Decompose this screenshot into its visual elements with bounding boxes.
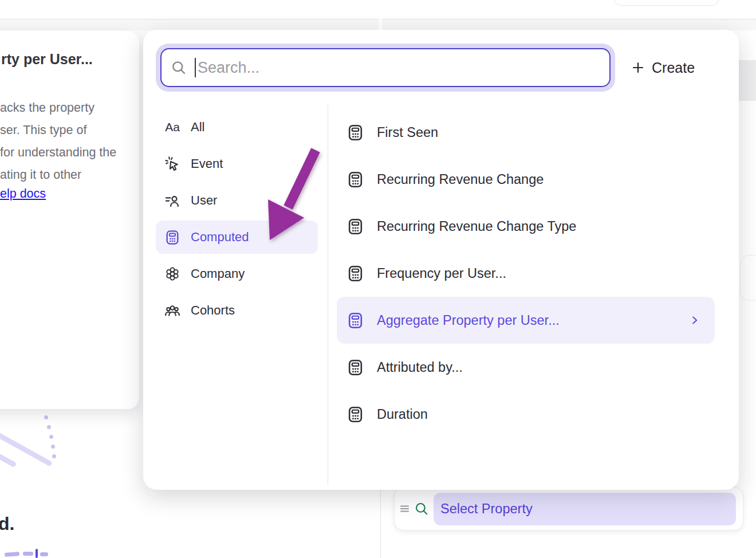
text-aa-icon: Aa xyxy=(164,119,180,135)
property-label: Recurring Revenue Change Type xyxy=(377,219,576,234)
calculator-icon xyxy=(346,124,364,142)
category-label: Cohorts xyxy=(191,303,235,318)
property-label: Attributed by... xyxy=(377,360,463,375)
property-item[interactable]: Recurring Revenue Change xyxy=(337,156,715,203)
panel-divider-gap xyxy=(379,19,382,30)
property-item[interactable]: Recurring Revenue Change Type xyxy=(337,203,715,250)
tooltip-title: rty per User... xyxy=(1,51,93,68)
clipped-link-fragment xyxy=(23,552,33,556)
category-event[interactable]: Event xyxy=(156,147,318,180)
select-property-card: Select Property xyxy=(394,487,743,531)
search-focus-ring xyxy=(156,44,615,92)
calculator-icon xyxy=(346,218,364,235)
calculator-icon xyxy=(346,265,364,282)
select-property-label: Select Property xyxy=(440,501,533,517)
panel-vertical-divider xyxy=(380,486,381,558)
create-button-label: Create xyxy=(652,60,695,76)
category-company[interactable]: Company xyxy=(156,257,318,290)
category-label: Company xyxy=(191,266,245,281)
property-item-aggregate-property[interactable]: Aggregate Property per User... xyxy=(337,297,715,344)
property-label: Recurring Revenue Change xyxy=(377,172,544,187)
category-label: User xyxy=(191,193,217,208)
category-all[interactable]: Aa All xyxy=(156,111,318,144)
calculator-icon xyxy=(346,171,364,188)
tooltip-body-line: ating it to other xyxy=(0,168,81,182)
drag-handle-icon[interactable] xyxy=(399,503,411,514)
decorative-chart-line xyxy=(0,444,17,468)
category-cohorts[interactable]: Cohorts xyxy=(156,294,318,327)
calculator-icon xyxy=(346,359,364,376)
category-computed[interactable]: Computed xyxy=(156,221,318,254)
help-docs-link[interactable]: elp docs xyxy=(0,187,46,201)
cohorts-group-icon xyxy=(164,302,180,319)
decorative-dot xyxy=(49,435,53,439)
clipped-link-fragment xyxy=(40,552,48,556)
category-label: Event xyxy=(191,156,223,171)
tooltip-body-line: ser. This type of xyxy=(0,123,86,137)
property-picker-modal: Create Aa All Event xyxy=(143,30,739,490)
decorative-dot xyxy=(44,415,48,419)
category-label: All xyxy=(191,120,204,135)
select-property-button[interactable]: Select Property xyxy=(434,493,736,525)
category-label: Computed xyxy=(191,230,249,245)
calculator-icon xyxy=(346,406,364,423)
background-panel-border xyxy=(0,19,756,30)
clipped-top-button xyxy=(614,0,719,6)
search-field[interactable] xyxy=(160,48,611,87)
plus-icon xyxy=(631,61,645,74)
clipped-link-fragment xyxy=(36,549,38,558)
event-click-icon xyxy=(164,156,180,172)
decorative-dot xyxy=(52,454,56,458)
property-item[interactable]: First Seen xyxy=(337,109,715,156)
clipped-right-card xyxy=(740,255,756,301)
category-user[interactable]: User xyxy=(156,184,318,217)
calculator-icon xyxy=(346,312,364,329)
property-label: First Seen xyxy=(377,125,438,140)
property-item[interactable]: Attributed by... xyxy=(337,344,715,391)
search-input[interactable] xyxy=(198,59,609,77)
clipped-link-fragment xyxy=(5,552,19,557)
tooltip-body-line: for understanding the xyxy=(0,146,116,160)
clipped-heading-fragment: d. xyxy=(0,513,14,535)
decorative-dot xyxy=(51,445,55,449)
property-description-tooltip: rty per User... acks the property ser. T… xyxy=(0,31,139,409)
text-cursor xyxy=(195,58,196,77)
modal-column-divider xyxy=(328,104,328,485)
company-cluster-icon xyxy=(164,266,180,282)
property-search-icon xyxy=(414,501,429,516)
clipped-right-panel xyxy=(739,60,756,101)
property-item[interactable]: Frequency per User... xyxy=(337,250,715,297)
tooltip-body-line: acks the property xyxy=(0,101,94,115)
chevron-right-icon xyxy=(688,314,701,327)
property-item[interactable]: Duration xyxy=(337,391,715,438)
create-button[interactable]: Create xyxy=(631,55,695,80)
search-icon xyxy=(171,60,187,76)
decorative-dot xyxy=(47,425,51,429)
calculator-icon xyxy=(164,229,180,246)
property-label: Frequency per User... xyxy=(377,266,506,281)
property-label: Aggregate Property per User... xyxy=(377,313,560,328)
property-label: Duration xyxy=(377,407,428,422)
user-profile-icon xyxy=(164,192,180,209)
